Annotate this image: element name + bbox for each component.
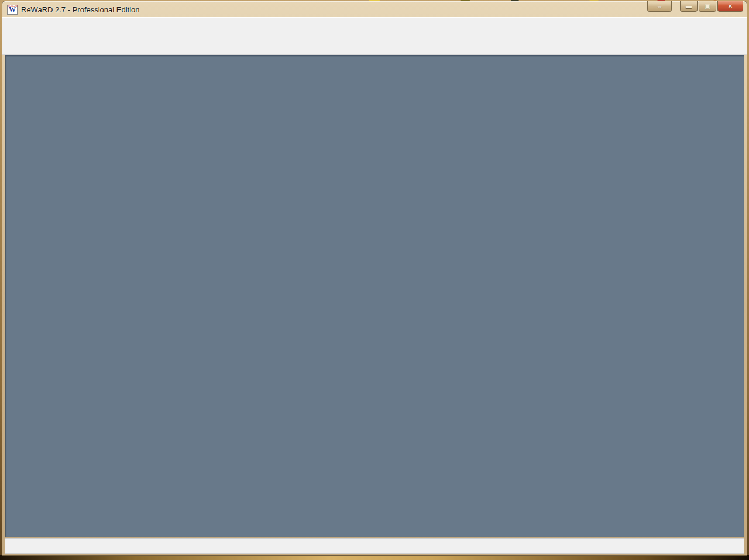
close-button[interactable]: ✕ [717,1,743,12]
maximize-button[interactable]: ▣ [699,1,716,12]
app-title: ReWaRD 2.7 - Professional Edition [21,5,140,14]
app-logo-icon: ReWaRDW [7,5,18,15]
toolbar [2,30,747,55]
menubar [2,17,747,30]
status-bar [5,538,744,554]
mdi-workspace [5,55,744,537]
window-switcher-button[interactable]: ⇔ [647,1,672,12]
app-titlebar[interactable]: ReWaRDW ReWaRD 2.7 - Professional Editio… [2,1,747,17]
app-window: ReWaRDW ReWaRD 2.7 - Professional Editio… [2,1,747,556]
minimize-button[interactable]: ▬ [680,1,698,12]
